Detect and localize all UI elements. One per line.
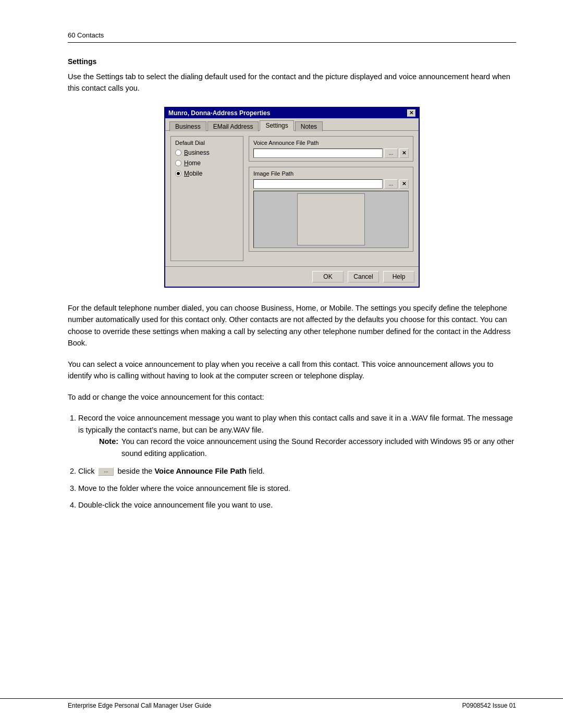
- voice-path-bold: Voice Announce File Path: [154, 467, 246, 475]
- step-2-pre: Click: [78, 467, 96, 475]
- voice-paragraph: You can select a voice announcement to p…: [68, 359, 516, 382]
- voice-path-input[interactable]: [253, 149, 383, 158]
- note-block: Note: You can record the voice announcem…: [99, 436, 516, 459]
- voice-clear-button[interactable]: ✕: [399, 149, 409, 158]
- dialog-footer: OK Cancel Help: [165, 266, 419, 287]
- step-4: Double-click the voice announcement file…: [78, 499, 516, 511]
- step-3: Move to the folder where the voice annou…: [78, 483, 516, 494]
- tab-business[interactable]: Business: [169, 121, 206, 131]
- numbered-steps: Record the voice announcement message yo…: [68, 412, 516, 511]
- image-path-group: Image File Path ... ✕: [249, 167, 413, 252]
- image-preview-box: [297, 193, 365, 245]
- ellipsis-icon: ···: [98, 467, 114, 476]
- step-2: Click ··· beside the Voice Announce File…: [78, 465, 516, 477]
- voice-path-row: ... ✕: [253, 149, 409, 158]
- dialog-title: Munro, Donna-Address Properties: [168, 109, 270, 117]
- settings-heading: Settings: [68, 57, 516, 66]
- tab-notes[interactable]: Notes: [295, 121, 323, 131]
- header-text: 60 Contacts: [68, 31, 104, 39]
- ok-button[interactable]: OK: [312, 271, 344, 282]
- dialog-container: Munro, Donna-Address Properties ✕ Busine…: [68, 107, 516, 288]
- image-path-row: ... ✕: [253, 179, 409, 189]
- body-paragraph: For the default telephone number dialed,…: [68, 302, 516, 349]
- header-bar: 60 Contacts: [68, 31, 516, 43]
- footer-right: P0908542 Issue 01: [462, 702, 516, 709]
- dialog-titlebar: Munro, Donna-Address Properties ✕: [165, 108, 419, 118]
- image-preview-area: [253, 191, 409, 248]
- radio-circle-mobile: [175, 170, 181, 177]
- tab-email-address[interactable]: EMail Address: [207, 121, 259, 131]
- radio-circle-business: [175, 150, 181, 156]
- note-text: You can record the voice announcement us…: [121, 436, 516, 459]
- step-4-text: Double-click the voice announcement file…: [78, 501, 273, 509]
- tab-settings[interactable]: Settings: [260, 120, 293, 131]
- voice-path-label: Voice Announce File Path: [253, 140, 409, 146]
- default-dial-label: Default Dial: [175, 140, 239, 146]
- cancel-button[interactable]: Cancel: [348, 271, 379, 282]
- step-2-mid: beside the Voice Announce File Path fiel…: [117, 467, 264, 475]
- image-path-input[interactable]: [253, 179, 383, 189]
- right-panel: Voice Announce File Path ... ✕ Image Fil…: [249, 136, 413, 261]
- radio-mobile[interactable]: Mobile: [175, 170, 239, 177]
- dialog-body: Default Dial Business Home Mobile: [165, 131, 419, 266]
- step-1-text: Record the voice announcement message yo…: [78, 414, 513, 434]
- step-3-text: Move to the folder where the voice annou…: [78, 484, 290, 492]
- image-browse-button[interactable]: ...: [384, 179, 398, 189]
- help-button[interactable]: Help: [383, 271, 414, 282]
- radio-circle-home: [175, 160, 181, 166]
- note-label: Note:: [99, 436, 118, 459]
- image-path-label: Image File Path: [253, 170, 409, 177]
- page: 60 Contacts Settings Use the Settings ta…: [0, 0, 563, 728]
- footer-left: Enterprise Edge Personal Call Manager Us…: [68, 702, 211, 709]
- intro-paragraph: Use the Settings tab to select the diali…: [68, 71, 516, 94]
- dialog-window: Munro, Donna-Address Properties ✕ Busine…: [164, 107, 420, 288]
- footer-bar: Enterprise Edge Personal Call Manager Us…: [0, 698, 563, 712]
- step-1: Record the voice announcement message yo…: [78, 412, 516, 459]
- instruction-intro: To add or change the voice announcement …: [68, 391, 516, 403]
- dialog-tabs: Business EMail Address Settings Notes: [165, 118, 419, 131]
- radio-business[interactable]: Business: [175, 149, 239, 156]
- voice-browse-button[interactable]: ...: [384, 149, 398, 158]
- radio-home[interactable]: Home: [175, 159, 239, 167]
- voice-path-group: Voice Announce File Path ... ✕: [249, 136, 413, 162]
- dialog-close-button[interactable]: ✕: [407, 109, 415, 117]
- image-clear-button[interactable]: ✕: [399, 179, 409, 189]
- default-dial-panel: Default Dial Business Home Mobile: [170, 136, 243, 261]
